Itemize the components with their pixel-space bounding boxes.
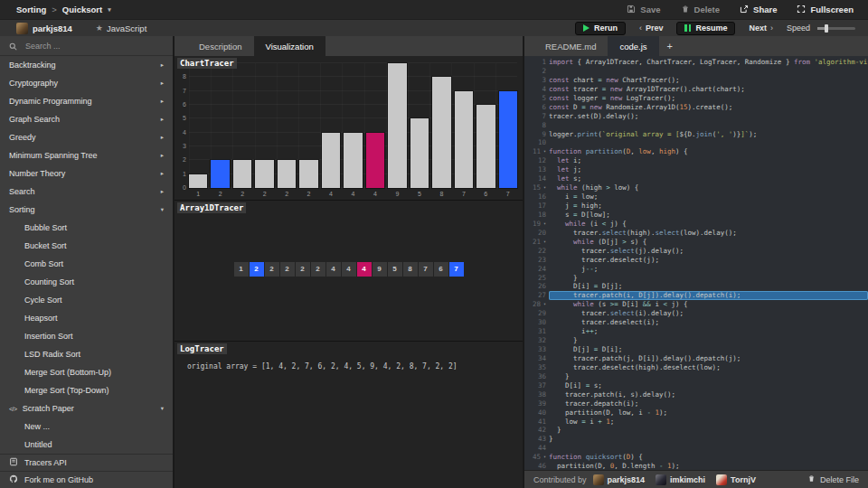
prev-button[interactable]: ‹ Prev [639, 23, 664, 33]
fold-toggle-icon[interactable]: ▾ [541, 183, 546, 192]
rerun-button[interactable]: Rerun [575, 22, 626, 35]
code-line-text: } [549, 336, 868, 345]
page-title[interactable]: Quicksort [62, 5, 102, 14]
code-token: D. [688, 130, 696, 138]
delete-file-button[interactable]: Delete File [807, 474, 859, 484]
sidebar-item-counting-sort[interactable]: Counting Sort [0, 273, 173, 291]
category-label: Search [9, 187, 35, 196]
code-line: 40 partition(D, low, i - 1); [524, 408, 868, 418]
code-line: 27 tracer.patch(i, D[j]).delay().depatch… [524, 291, 868, 300]
sidebar-item-heapsort[interactable]: Heapsort [0, 309, 173, 327]
line-number: 31 [524, 327, 549, 336]
code-editor[interactable]: 1import { Array1DTracer, ChartTracer, Lo… [524, 56, 868, 470]
line-number: 1 [524, 58, 549, 67]
new-file-button[interactable]: + [659, 36, 681, 56]
line-number: 3 [524, 76, 549, 85]
sidebar-item-insertion-sort[interactable]: Insertion Sort [0, 327, 173, 345]
x-axis-tick-label: 2 [233, 191, 251, 197]
code-token: new [610, 85, 623, 93]
code-line: 10 [524, 138, 868, 147]
code-token: } [549, 426, 561, 434]
share-button[interactable]: Share [740, 5, 777, 15]
line-number: 14 [524, 174, 549, 183]
code-token: ) { [675, 147, 688, 155]
resume-button[interactable]: Resume [676, 22, 735, 35]
code-line: 46 partition(D, 0, D.length - 1); [524, 462, 868, 470]
code-token: i [586, 418, 599, 426]
sidebar-category-sorting[interactable]: Sorting▾ [0, 201, 173, 219]
sidebar-category-cryptography[interactable]: Cryptography▸ [0, 74, 173, 92]
code-token: while [573, 300, 594, 308]
fold-toggle-icon[interactable]: ▾ [541, 220, 546, 229]
code-token: Randomize.Array1D( [602, 103, 680, 111]
tab-readme[interactable]: README.md [533, 36, 608, 56]
breadcrumb-category[interactable]: Sorting [16, 5, 46, 14]
sidebar-category-scratch-paper[interactable]: </>Scratch Paper▾ [0, 399, 173, 418]
contributor-list: parkjs814imkimchiTornjV [593, 474, 756, 485]
search-input[interactable] [24, 41, 150, 52]
code-token: from [794, 58, 810, 66]
code-token: j; [570, 165, 582, 174]
sidebar-category-number-theory[interactable]: Number Theory▸ [0, 164, 173, 183]
speed-slider[interactable] [817, 27, 855, 30]
sidebar-item-merge-sort-top-down-[interactable]: Merge Sort (Top-Down) [0, 381, 173, 399]
sidebar-category-dynamic-programming[interactable]: Dynamic Programming▸ [0, 92, 173, 110]
line-number: 12 [524, 156, 549, 165]
line-number: 7 [524, 112, 549, 121]
code-line-text: low = i + 1; [549, 418, 868, 427]
save-button[interactable]: Save [627, 5, 660, 15]
sidebar-category-graph-search[interactable]: Graph Search▸ [0, 110, 173, 128]
line-number: 20 [524, 229, 549, 238]
fold-toggle-icon[interactable]: ▾ [541, 238, 546, 247]
next-button[interactable]: Next › [749, 23, 773, 33]
code-line: 45▾function quicksort(D) { [524, 453, 868, 462]
author-name[interactable]: parkjs814 [33, 23, 72, 33]
chevron-down-icon[interactable]: ▾ [108, 6, 111, 14]
sidebar-item-untitled[interactable]: Untitled [0, 436, 173, 454]
x-axis-tick-label: 5 [410, 191, 429, 197]
sidebar-item-tracers-api[interactable]: Tracers API [0, 454, 173, 471]
tab-code-js[interactable]: code.js [608, 36, 658, 56]
line-number: 9 [524, 130, 549, 139]
line-number: 15▾ [524, 183, 549, 192]
sidebar-item-comb-sort[interactable]: Comb Sort [0, 255, 173, 273]
sidebar-item-bucket-sort[interactable]: Bucket Sort [0, 237, 173, 255]
tab-visualization[interactable]: Visualization [254, 36, 326, 56]
line-number: 16 [524, 192, 549, 202]
code-token: (low).delay(); [680, 229, 737, 237]
delete-button[interactable]: Delete [681, 5, 721, 15]
speed-slider-handle[interactable] [825, 24, 828, 33]
line-number: 30 [524, 318, 549, 327]
language-badge[interactable]: ★ JavaScript [96, 23, 146, 33]
sidebar-category-minimum-spanning-tree[interactable]: Minimum Spanning Tree▸ [0, 146, 173, 164]
line-number: 6 [524, 103, 549, 112]
pause-icon [684, 24, 691, 32]
contributor-tornjv[interactable]: TornjV [716, 474, 756, 485]
sidebar-item-lsd-radix-sort[interactable]: LSD Radix Sort [0, 345, 173, 363]
sidebar-item-cycle-sort[interactable]: Cycle Sort [0, 291, 173, 309]
sidebar-item-merge-sort-bottom-up-[interactable]: Merge Sort (Bottom-Up) [0, 363, 173, 381]
code-token: j [549, 202, 573, 210]
viz-tab-bar: Description Visualization [175, 36, 523, 56]
fullscreen-button[interactable]: Fullscreen [797, 5, 854, 15]
contributor-imkimchi[interactable]: imkimchi [656, 474, 705, 485]
tab-description[interactable]: Description [187, 36, 254, 56]
fold-toggle-icon[interactable]: ▾ [541, 300, 546, 309]
sidebar-item-bubble-sort[interactable]: Bubble Sort [0, 219, 173, 237]
sidebar-item-fork-on-github[interactable]: Fork me on GitHub [0, 471, 173, 488]
author-avatar[interactable] [16, 23, 28, 34]
code-token: s; [570, 174, 582, 183]
code-line: 8 [524, 121, 868, 130]
sidebar-category-search[interactable]: Search▸ [0, 183, 173, 201]
code-line: 29 tracer.select(i).delay(); [524, 309, 868, 318]
array-cell: 9 [373, 262, 387, 277]
fold-toggle-icon[interactable]: ▾ [541, 147, 546, 156]
sidebar-item-new-[interactable]: New ... [0, 418, 173, 436]
code-editor-panel: README.md code.js + 1import { Array1DTra… [523, 36, 868, 488]
sidebar-category-greedy[interactable]: Greedy▸ [0, 128, 173, 146]
sidebar-category-backtracking[interactable]: Backtracking▸ [0, 56, 173, 74]
breadcrumb[interactable]: Sorting > Quicksort ▾ [16, 5, 111, 14]
code-line: 30 tracer.deselect(i); [524, 318, 868, 327]
contributor-parkjs814[interactable]: parkjs814 [593, 474, 646, 485]
fold-toggle-icon[interactable]: ▾ [541, 453, 546, 462]
